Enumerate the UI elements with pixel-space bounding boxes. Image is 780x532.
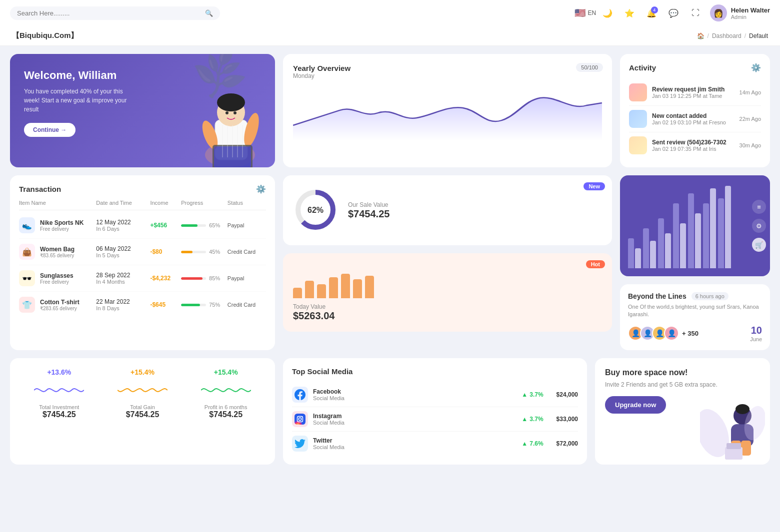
item-info-1: 👟 Nike Sports NK Free delivery [19, 217, 96, 233]
date-3: 28 Sep 2022 [96, 272, 150, 279]
bar [718, 198, 724, 268]
sale-label: Our Sale Value [348, 201, 390, 208]
svg-rect-23 [731, 424, 754, 447]
nav-icons: 🇺🇸 EN 🌙 ⭐ 🔔 4 💬 ⛶ 👩 Helen Walter Admin [578, 4, 770, 21]
progress-4: 75% [181, 302, 228, 308]
activity-title-3: Sent review (504)236-7302 [652, 139, 734, 146]
facebook-info: Facebook Social Media [313, 388, 516, 401]
bar-action-settings[interactable]: ⚙ [752, 219, 766, 233]
sale-value: $7454.25 [348, 208, 390, 220]
activity-title-2: New contact added [652, 112, 734, 119]
bar-action-cart[interactable]: 🛒 [752, 238, 766, 252]
stat-label-3: Profit in 6 months [204, 404, 248, 410]
today-bar-3 [317, 284, 326, 298]
beyond-time: 6 hours ago [692, 292, 728, 300]
date-info-1: 12 May 2022 In 6 Days [96, 219, 150, 232]
breadcrumb-dashboard[interactable]: Dashboard [712, 32, 742, 39]
item-sub-4: ₹283.65 delivery [40, 306, 80, 311]
language-label: EN [588, 9, 596, 16]
svg-rect-24 [731, 441, 741, 456]
today-bar-2 [305, 281, 314, 298]
yearly-day: Monday [293, 72, 602, 79]
flag-icon[interactable]: 🇺🇸 EN [578, 5, 593, 20]
sep2: / [744, 32, 746, 39]
buy-illustration [700, 403, 765, 465]
item-info-3: 🕶️ Sunglasses Free delivery [19, 270, 96, 286]
instagram-info: Instagram Social Media [313, 413, 516, 426]
activity-time-3: 30m Ago [740, 142, 761, 148]
income-4: -$645 [150, 301, 181, 308]
messages-icon[interactable]: 💬 [666, 5, 681, 20]
fullscreen-icon[interactable]: ⛶ [688, 5, 703, 20]
col-income: Income [150, 200, 181, 206]
upgrade-button[interactable]: Upgrade now [605, 396, 666, 414]
bar-actions: ≡ ⚙ 🛒 [752, 200, 766, 252]
svg-point-27 [700, 405, 735, 462]
user-info[interactable]: 👩 Helen Walter Admin [710, 4, 770, 21]
beyond-desc: One Of the world,s brightest, young surf… [628, 303, 762, 319]
search-bar[interactable]: 🔍 [10, 6, 220, 20]
income-3: -$4,232 [150, 275, 181, 282]
stat-wave-1 [34, 380, 84, 400]
date-1: 12 May 2022 [96, 219, 150, 226]
progress-2: 45% [181, 249, 228, 255]
bar [703, 203, 709, 268]
continue-button[interactable]: Continue → [24, 123, 76, 137]
stat-value-2: $7454.25 [126, 410, 160, 419]
days-4: In 8 Days [96, 305, 150, 311]
activity-settings[interactable]: ⚙️ [751, 63, 761, 72]
svg-point-20 [302, 416, 303, 417]
right-col: ≡ ⚙ 🛒 Beyond the Lines 6 hours ago One O… [620, 175, 770, 350]
twitter-info: Twitter Social Media [313, 437, 516, 450]
transaction-title: Transaction [19, 185, 61, 193]
welcome-card: 🌿 Welcome, William You have completed 40… [10, 54, 275, 167]
facebook-icon [292, 387, 308, 403]
svg-point-4 [217, 98, 245, 126]
notifications-icon[interactable]: 🔔 4 [644, 5, 659, 20]
beyond-header: Beyond the Lines 6 hours ago [628, 292, 762, 300]
income-2: -$80 [150, 248, 181, 255]
pct-4: 75% [209, 302, 220, 308]
item-icon-4: 👕 [19, 297, 35, 313]
bar [710, 188, 716, 268]
today-bar-6 [353, 279, 362, 299]
table-header: Item Name Date and Time Income Progress … [19, 200, 266, 210]
item-sub-3: Free delivery [40, 279, 74, 285]
bar [673, 203, 679, 268]
home-icon[interactable]: 🏠 [697, 32, 704, 39]
second-row: Transaction ⚙️ Item Name Date and Time I… [0, 175, 780, 358]
svg-rect-30 [726, 443, 741, 449]
brand-logo: 【Biqubiqu.Com】 [12, 31, 78, 40]
theme-toggle[interactable]: 🌙 [600, 5, 615, 20]
bar-action-lines[interactable]: ≡ [752, 200, 766, 214]
instagram-amount: $33,000 [556, 416, 578, 423]
stat-gain: +15.4% Total Gain $7454.25 [104, 368, 182, 455]
transaction-settings[interactable]: ⚙️ [256, 184, 266, 194]
social-title: Top Social Media [292, 367, 578, 376]
activity-title-1: Review request jim Smith [652, 86, 734, 93]
svg-rect-26 [729, 453, 742, 459]
svg-rect-17 [294, 414, 306, 425]
today-label: Today Value [293, 303, 602, 310]
activity-info-3: Sent review (504)236-7302 Jan 02 19 07:3… [652, 139, 734, 152]
stats-card: +13.6% Total Investment $7454.25 +15.4% … [10, 358, 275, 465]
date-4: 22 Mar 2022 [96, 298, 150, 305]
pct-1: 65% [209, 222, 220, 228]
col-status: Status [228, 200, 266, 206]
today-bars [293, 263, 602, 298]
item-info-2: 👜 Women Bag ₹83.65 delivery [19, 244, 96, 260]
search-input[interactable] [17, 9, 201, 17]
facebook-name: Facebook [313, 388, 516, 395]
svg-point-0 [205, 142, 255, 167]
twitter-growth: ▲ 7.6% [522, 440, 543, 447]
col-item: Item Name [19, 200, 96, 206]
instagram-growth: ▲ 3.7% [522, 416, 543, 423]
today-bar-7 [365, 276, 374, 299]
item-name-3: Sunglasses [40, 272, 74, 279]
avatar-stack: 👤 👤 👤 👤 [628, 326, 679, 341]
table-row: 👕 Cotton T-shirt ₹283.65 delivery 22 Mar… [19, 292, 266, 318]
favorites-icon[interactable]: ⭐ [622, 5, 637, 20]
progress-1: 65% [181, 222, 228, 228]
item-icon-3: 🕶️ [19, 270, 35, 286]
svg-rect-1 [215, 120, 248, 160]
